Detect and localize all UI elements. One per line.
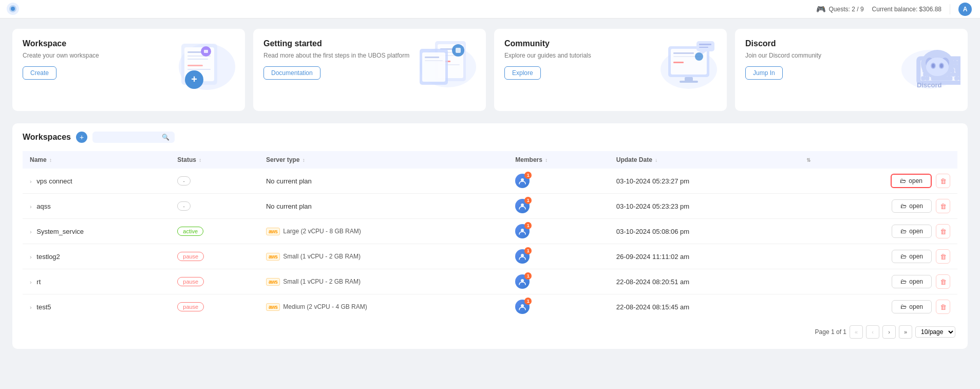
open-workspace-button[interactable]: 🗁 open <box>892 275 932 288</box>
cell-name: › testlog2 <box>23 244 170 269</box>
page-next-button[interactable]: › <box>882 325 896 339</box>
pagination-label: Page 1 of 1 <box>815 328 846 336</box>
delete-workspace-button[interactable]: 🗑 <box>936 224 950 238</box>
page-last-button[interactable]: » <box>899 325 912 339</box>
delete-workspace-button[interactable]: 🗑 <box>936 174 950 188</box>
workspace-name: rt <box>36 278 41 286</box>
cell-name: › test5 <box>23 294 170 320</box>
cell-name: › System_service <box>23 219 170 244</box>
expand-arrow[interactable]: › <box>30 178 32 184</box>
folder-icon: 🗁 <box>900 202 907 210</box>
quests-button[interactable]: 🎮 Quests: 2 / 9 <box>816 5 864 14</box>
workspace-card: Workspace Create your own workspace Crea… <box>12 29 245 111</box>
cell-update-date: 22-08-2024 08:15:45 am <box>609 294 798 320</box>
svg-rect-40 <box>685 77 693 81</box>
delete-workspace-button[interactable]: 🗑 <box>936 199 950 213</box>
cell-update-date: 26-09-2024 11:11:02 am <box>609 244 798 269</box>
cell-actions: 🗁 open 🗑 <box>798 294 957 320</box>
server-type-display: awsSmall (1 vCPU - 2 GB RAM) <box>266 253 501 261</box>
workspaces-table: Name ↕ Status ↕ Server type ↕ Members ↕ … <box>23 151 957 319</box>
server-type-display: awsSmall (1 vCPU - 2 GB RAM) <box>266 278 501 286</box>
trash-icon: 🗑 <box>940 278 947 286</box>
open-workspace-button[interactable]: 🗁 open <box>891 174 932 188</box>
svg-point-53 <box>521 178 524 181</box>
cell-members: 1 <box>508 244 609 269</box>
cell-status: - <box>170 194 259 219</box>
folder-icon: 🗁 <box>900 303 907 310</box>
main-content: Workspace Create your own workspace Crea… <box>0 18 980 359</box>
open-workspace-button[interactable]: 🗁 open <box>892 250 932 263</box>
search-box: 🔍 <box>92 132 175 143</box>
cell-name: › rt <box>23 269 170 294</box>
getting-started-card: Getting started Read more about the firs… <box>253 29 486 111</box>
discord-card: Discord Join our Discord community Jump … <box>735 29 968 111</box>
member-avatar: 1 <box>515 224 530 238</box>
svg-point-50 <box>932 64 935 68</box>
delete-workspace-button[interactable]: 🗑 <box>936 300 950 314</box>
open-label: open <box>909 253 923 260</box>
expand-arrow[interactable]: › <box>30 254 32 260</box>
workspace-create-button[interactable]: Create <box>23 66 56 80</box>
svg-point-54 <box>521 203 524 207</box>
open-workspace-button[interactable]: 🗁 open <box>892 300 932 313</box>
cell-server-type: awsSmall (1 vCPU - 2 GB RAM) <box>259 269 508 294</box>
search-input[interactable] <box>98 134 159 141</box>
server-type-display: awsMedium (2 vCPU - 4 GB RAM) <box>266 303 501 311</box>
member-avatar: 1 <box>515 274 530 289</box>
expand-arrow[interactable]: › <box>30 229 32 235</box>
svg-point-35 <box>695 52 703 61</box>
col-header-name[interactable]: Name ↕ <box>23 151 170 169</box>
balance-display: Current balance: $306.88 <box>872 6 941 13</box>
status-badge: pause <box>177 302 204 311</box>
expand-arrow[interactable]: › <box>30 203 32 210</box>
svg-point-57 <box>521 279 524 282</box>
trash-icon: 🗑 <box>940 228 947 235</box>
expand-arrow[interactable]: › <box>30 279 32 285</box>
table-row: › aqss-No current plan 1 03-10-2024 05:2… <box>23 194 957 219</box>
trash-icon: 🗑 <box>940 177 947 185</box>
member-count: 1 <box>524 222 532 229</box>
table-body: › vps connect-No current plan 1 03-10-20… <box>23 169 957 319</box>
status-badge: - <box>177 201 191 211</box>
member-count: 1 <box>524 172 532 179</box>
delete-workspace-button[interactable]: 🗑 <box>936 274 950 289</box>
svg-rect-39 <box>699 47 708 48</box>
action-cell: 🗁 open 🗑 <box>805 174 950 188</box>
svg-rect-34 <box>673 62 684 63</box>
status-badge: pause <box>177 277 204 286</box>
trash-icon: 🗑 <box>940 253 947 261</box>
community-illustration <box>648 36 720 94</box>
add-workspace-button[interactable]: + <box>76 132 87 143</box>
workspace-name: System_service <box>36 228 84 235</box>
action-cell: 🗁 open 🗑 <box>805 199 950 213</box>
page-first-button[interactable]: « <box>850 325 863 339</box>
col-header-status[interactable]: Status ↕ <box>170 151 259 169</box>
discord-illustration: ⌨ Discord <box>889 36 960 94</box>
cell-status: pause <box>170 244 259 269</box>
documentation-button[interactable]: Documentation <box>263 66 321 80</box>
per-page-select[interactable]: 10/page 20/page 50/page <box>915 326 955 338</box>
explore-button[interactable]: Explore <box>504 66 541 80</box>
cell-status: pause <box>170 294 259 320</box>
svg-rect-25 <box>425 57 439 58</box>
svg-rect-36 <box>696 41 714 51</box>
delete-workspace-button[interactable]: 🗑 <box>936 249 950 264</box>
open-workspace-button[interactable]: 🗁 open <box>892 225 932 238</box>
table-row: › vps connect-No current plan 1 03-10-20… <box>23 169 957 194</box>
svg-rect-14 <box>204 50 208 53</box>
gamepad-icon: 🎮 <box>816 5 826 14</box>
svg-text:Discord: Discord <box>917 81 941 89</box>
cell-actions: 🗁 open 🗑 <box>798 269 957 294</box>
open-workspace-button[interactable]: 🗁 open <box>892 199 932 213</box>
col-header-update-date[interactable]: Update Date ↓ <box>609 151 798 169</box>
table-header: Name ↕ Status ↕ Server type ↕ Members ↕ … <box>23 151 957 169</box>
cell-server-type: awsSmall (1 vCPU - 2 GB RAM) <box>259 244 508 269</box>
action-cell: 🗁 open 🗑 <box>805 274 950 289</box>
col-header-members[interactable]: Members ↕ <box>508 151 609 169</box>
svg-point-51 <box>940 64 943 68</box>
page-prev-button[interactable]: ‹ <box>866 325 879 339</box>
col-header-server-type[interactable]: Server type ↕ <box>259 151 508 169</box>
discord-jump-button[interactable]: Jump In <box>745 66 783 80</box>
expand-arrow[interactable]: › <box>30 304 32 310</box>
user-avatar[interactable]: A <box>958 3 972 16</box>
